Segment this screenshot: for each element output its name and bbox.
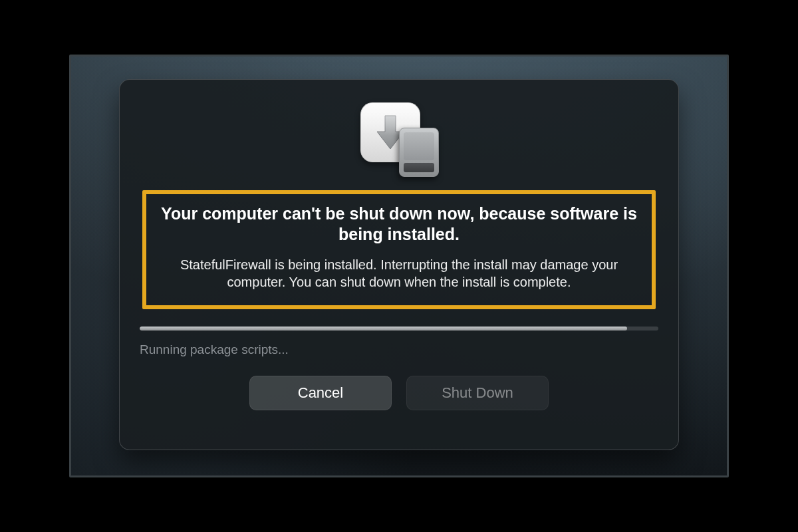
- hard-disk-icon: [399, 128, 439, 177]
- cancel-button[interactable]: Cancel: [249, 376, 392, 410]
- progress-fill: [140, 327, 627, 331]
- shut-down-button: Shut Down: [406, 376, 549, 410]
- dialog-subtext: StatefulFirewall is being installed. Int…: [161, 256, 637, 291]
- progress-track: [140, 327, 658, 331]
- screenshot-window: Your computer can't be shut down now, be…: [69, 55, 729, 477]
- installer-disk-icon: [360, 102, 438, 174]
- dialog-button-row: Cancel Shut Down: [249, 376, 549, 410]
- install-progress: Running package scripts...: [140, 327, 658, 357]
- message-highlight-frame: Your computer can't be shut down now, be…: [142, 190, 656, 309]
- shutdown-blocked-dialog: Your computer can't be shut down now, be…: [119, 79, 679, 450]
- progress-status-label: Running package scripts...: [140, 342, 658, 357]
- dialog-heading: Your computer can't be shut down now, be…: [161, 203, 637, 245]
